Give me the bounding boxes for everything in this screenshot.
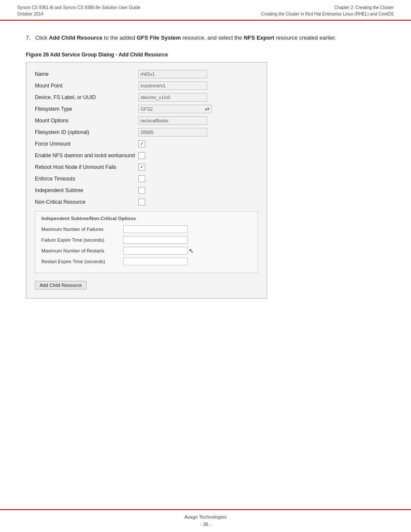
header-right: Chapter 2: Creating the Cluster Creating… [261, 4, 394, 17]
sub-input-max-failures[interactable] [123, 225, 188, 233]
input-mountpoint[interactable] [138, 81, 207, 90]
form-row-reboot-host: Reboot Host Node if Unmount Fails ✓ [35, 162, 258, 172]
form-row-nfs-daemon: Enable NFS daemon and lockd workaround [35, 151, 258, 160]
footer-line1: Avago Technologies [0, 513, 411, 521]
checkbox-reboot-host[interactable]: ✓ [138, 164, 145, 171]
sub-input-max-restarts[interactable] [123, 247, 188, 255]
form-row-non-critical: Non-Critical Resource [35, 197, 258, 207]
label-name: Name [35, 71, 138, 77]
form-row-enforce-timeouts: Enforce Timeouts [35, 174, 258, 184]
page-header: Syncro CS 9361-8i and Syncro CS 9380-8e … [0, 0, 411, 21]
form-row-mountoptions: Mount Options [35, 116, 258, 125]
figure-caption: Figure 26 Add Service Group Dialog - Add… [26, 52, 385, 58]
checkbox-nfs-daemon[interactable] [138, 152, 145, 159]
header-right-line2: Creating the Cluster in Red Hat Enterpri… [261, 11, 394, 17]
sub-row-max-restarts: Maximum Number of Restarts ↖ [41, 247, 252, 255]
sub-row-failure-expire: Failure Expire Time (seconds) [41, 236, 252, 244]
sub-label-max-failures: Maximum Number of Failures [41, 227, 123, 232]
page-content: 7. Click Add Child Resource to the added… [0, 21, 411, 324]
input-device[interactable] [138, 93, 207, 102]
header-left-line1: Syncro CS 9361-8i and Syncro CS 9380-8e … [17, 4, 140, 11]
sub-input-failure-expire[interactable] [123, 236, 188, 244]
header-left-line2: October 2014 [17, 11, 140, 17]
dialog-box: Name Mount Point Device, FS Label, or UU… [26, 62, 267, 299]
label-enforce-timeouts: Enforce Timeouts [35, 176, 138, 182]
sub-input-restart-expire[interactable] [123, 258, 188, 265]
step-bold3: NFS Export [244, 34, 274, 41]
label-non-critical: Non-Critical Resource [35, 199, 138, 205]
add-child-resource-button[interactable]: Add Child Resource [35, 281, 87, 289]
step-text-after: resource created earlier. [276, 34, 336, 41]
form-row-mountpoint: Mount Point [35, 81, 258, 90]
step-instruction: 7. Click Add Child Resource to the added… [26, 34, 385, 42]
label-nfs-daemon: Enable NFS daemon and lockd workaround [35, 152, 138, 159]
form-row-name: Name [35, 69, 258, 79]
label-mountpoint: Mount Point [35, 83, 138, 89]
form-row-independent-subtree: Independent Subtree [35, 186, 258, 195]
header-right-line1: Chapter 2: Creating the Cluster [261, 4, 394, 11]
checkbox-force-unmount[interactable]: ✓ [138, 140, 145, 147]
select-fstype[interactable]: GFS2 ▴▾ [138, 105, 212, 113]
header-left: Syncro CS 9361-8i and Syncro CS 9380-8e … [17, 4, 140, 17]
label-independent-subtree: Independent Subtree [35, 187, 138, 193]
form-row-force-unmount: Force Unmount ✓ [35, 139, 258, 149]
step-text-mid1: to the added [104, 34, 137, 41]
input-mountoptions[interactable] [138, 116, 207, 125]
checkbox-independent-subtree[interactable] [138, 187, 145, 194]
label-fsid: Filesystem ID (optional) [35, 129, 138, 135]
form-row-fstype: Filesystem Type GFS2 ▴▾ [35, 104, 258, 114]
label-force-unmount: Force Unmount [35, 141, 138, 147]
checkbox-enforce-timeouts[interactable] [138, 175, 145, 182]
step-bold2: GFS File System [137, 34, 181, 41]
label-reboot-host: Reboot Host Node if Unmount Fails [35, 164, 138, 170]
page-footer: Avago Technologies - 38 - [0, 509, 411, 532]
step-text-mid2: resource, and select the [182, 34, 243, 41]
sub-row-restart-expire: Restart Expire Time (seconds) [41, 258, 252, 265]
checkbox-non-critical[interactable] [138, 199, 145, 205]
select-fstype-value: GFS2 [140, 106, 153, 112]
form-row-fsid: Filesystem ID (optional) [35, 128, 258, 137]
step-bold1: Add Child Resource [49, 34, 102, 41]
sub-label-restart-expire: Restart Expire Time (seconds) [41, 259, 123, 264]
input-fsid[interactable] [138, 128, 207, 137]
footer-line2: - 38 - [0, 521, 411, 529]
label-fstype: Filesystem Type [35, 106, 138, 112]
sub-row-max-failures: Maximum Number of Failures [41, 225, 252, 233]
cursor-icon: ↖ [189, 247, 194, 254]
input-name[interactable] [138, 70, 207, 78]
label-mountoptions: Mount Options [35, 118, 138, 124]
form-row-device: Device, FS Label, or UUID [35, 93, 258, 102]
sub-label-max-restarts: Maximum Number of Restarts [41, 248, 123, 253]
step-number: 7. [26, 34, 31, 41]
subsection-title: Independent Subtree/Non-Critical Options [41, 216, 252, 221]
label-device: Device, FS Label, or UUID [35, 94, 138, 100]
select-arrow-icon: ▴▾ [205, 106, 209, 111]
sub-label-failure-expire: Failure Expire Time (seconds) [41, 237, 123, 243]
subsection-box: Independent Subtree/Non-Critical Options… [35, 211, 258, 273]
